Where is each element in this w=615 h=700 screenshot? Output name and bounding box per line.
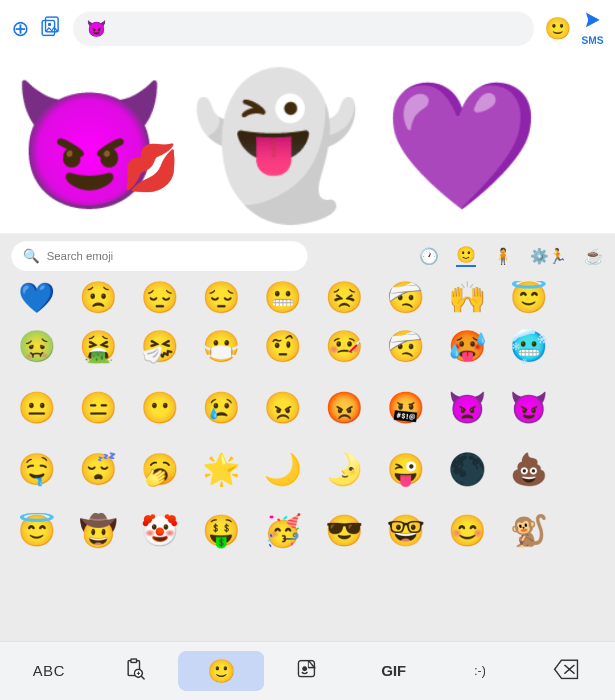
send-icon — [583, 10, 602, 34]
delete-button[interactable] — [523, 651, 609, 691]
emoji-cell[interactable]: 💙 — [6, 281, 67, 315]
top-bar: ⊕ 😈 🙂 SMS — [0, 0, 615, 57]
svg-point-11 — [303, 667, 306, 670]
abc-keyboard-button[interactable]: ABC — [6, 651, 92, 691]
emoji-expressionless[interactable]: 😑 — [67, 379, 129, 436]
emoji-drooling[interactable]: 🤤 — [6, 440, 67, 497]
emoji-poop[interactable]: 💩 — [498, 440, 559, 497]
emoji-row-3: 🤤 😴 🥱 🌟 🌙 🌛 😜 🌑 💩 — [0, 438, 615, 500]
emoji-smile[interactable]: 😊 — [436, 502, 498, 559]
search-category-bar: 🔍 🕐 🙂 🧍 ⚙️🏃 ☕ — [0, 233, 615, 279]
emoji-nerd[interactable]: 🤓 — [375, 502, 436, 559]
abc-label: ABC — [32, 662, 64, 680]
emoji-cursing[interactable]: 🤬 — [375, 379, 436, 436]
emoji-row-partial: 💙 😟 😔 😔 😬 😣 🤕 🙌 😇 — [0, 281, 615, 315]
ascii-label: :-) — [474, 664, 486, 678]
emoji-new-moon[interactable]: 🌑 — [436, 440, 498, 497]
emoji-raised-eyebrow[interactable]: 🤨 — [252, 318, 313, 374]
emoji-sneezing[interactable]: 🤧 — [129, 318, 190, 374]
sms-send-button[interactable]: SMS — [581, 10, 604, 47]
gif-label: GIF — [382, 662, 406, 680]
emoji-devil-purple[interactable]: 👿 — [436, 379, 498, 436]
search-icon: 🔍 — [23, 248, 40, 264]
emoji-pouting[interactable]: 😡 — [313, 379, 375, 436]
svg-marker-3 — [586, 13, 600, 27]
svg-line-7 — [141, 676, 144, 679]
emoji-winking[interactable]: 😜 — [375, 440, 436, 497]
emoji-cell[interactable]: 😔 — [129, 281, 190, 315]
emoji-keyboard-button[interactable]: 🙂 — [178, 651, 264, 691]
emoji-cowboy[interactable]: 🤠 — [67, 502, 129, 559]
emoji-sunglasses[interactable]: 😎 — [313, 502, 375, 559]
emoji-picker-icon[interactable]: 🙂 — [544, 16, 571, 41]
svg-rect-5 — [131, 659, 137, 662]
emoji-monkey[interactable]: 🐒 — [498, 502, 559, 559]
sms-label: SMS — [581, 35, 604, 47]
category-recent-icon[interactable]: 🕐 — [419, 247, 439, 266]
emoji-thermometer[interactable]: 🤒 — [313, 318, 375, 374]
emoji-party[interactable]: 🥳 — [252, 502, 313, 559]
clipboard-search-icon — [124, 657, 146, 685]
emoji-angel[interactable]: 😇 — [6, 502, 67, 559]
emoji-cell[interactable]: 🙌 — [436, 281, 498, 315]
devil-emoji-in-input: 😈 — [87, 19, 106, 38]
add-button[interactable]: ⊕ — [11, 16, 30, 41]
emoji-crescent[interactable]: 🌙 — [252, 440, 313, 497]
search-input[interactable] — [47, 250, 296, 263]
category-people-icon[interactable]: 🧍 — [493, 247, 513, 266]
media-button[interactable] — [40, 15, 63, 42]
emoji-cell[interactable]: 🤕 — [375, 281, 436, 315]
sticker-keyboard-button[interactable] — [264, 651, 350, 691]
sticker-item-3[interactable]: 💜 — [384, 83, 540, 208]
emoji-money-face[interactable]: 🤑 — [190, 502, 252, 559]
search-box: 🔍 — [11, 241, 308, 271]
category-food-icon[interactable]: ☕ — [584, 247, 604, 266]
emoji-sun[interactable]: 🌟 — [190, 440, 252, 497]
emoji-yawning[interactable]: 🥱 — [129, 440, 190, 497]
emoji-row-4: 😇 🤠 🤡 🤑 🥳 😎 🤓 😊 🐒 — [0, 500, 615, 561]
emoji-mask[interactable]: 😷 — [190, 318, 252, 374]
category-smileys-icon[interactable]: 🙂 — [456, 245, 476, 267]
emoji-row-1: 🤢 🤮 🤧 😷 🤨 🤒 🤕 🥵 🥶 — [0, 315, 615, 377]
emoji-clown[interactable]: 🤡 — [129, 502, 190, 559]
svg-point-2 — [48, 23, 51, 26]
emoji-cell[interactable]: 😔 — [190, 281, 252, 315]
emoji-hot[interactable]: 🥵 — [436, 318, 498, 374]
category-icons: 🕐 🙂 🧍 ⚙️🏃 ☕ — [318, 245, 604, 267]
delete-icon — [554, 659, 579, 683]
message-input-area: 😈 — [73, 11, 534, 46]
keyboard-bar: ABC 🙂 — [0, 641, 615, 700]
emoji-no-mouth[interactable]: 😶 — [129, 379, 190, 436]
emoji-cell[interactable]: 😣 — [313, 281, 375, 315]
emoji-first-quarter-moon[interactable]: 🌛 — [313, 440, 375, 497]
clipboard-search-button[interactable] — [92, 651, 178, 691]
emoji-bandage[interactable]: 🤕 — [375, 318, 436, 374]
ascii-keyboard-button[interactable]: :-) — [437, 651, 523, 691]
emoji-row-2: 😐 😑 😶 😢 😠 😡 🤬 👿 😈 — [0, 377, 615, 438]
emoji-angry[interactable]: 😠 — [252, 379, 313, 436]
emoji-loudly-crying[interactable]: 😢 — [190, 379, 252, 436]
emoji-cell[interactable]: 😟 — [67, 281, 129, 315]
emoji-neutral[interactable]: 😐 — [6, 379, 67, 436]
emoji-cell[interactable]: 😬 — [252, 281, 313, 315]
sticker-preview-area: 😈 💋 👻 💜 — [0, 57, 615, 233]
emoji-smiling-devil[interactable]: 😈 — [498, 379, 559, 436]
emoji-nausea[interactable]: 🤢 — [6, 318, 67, 374]
emoji-keyboard-icon: 🙂 — [207, 658, 236, 685]
emoji-sleeping[interactable]: 😴 — [67, 440, 129, 497]
emoji-cell[interactable]: 😇 — [498, 281, 559, 315]
emoji-cold[interactable]: 🥶 — [498, 318, 559, 374]
sticker-item-1[interactable]: 😈 💋 — [11, 83, 168, 208]
gif-keyboard-button[interactable]: GIF — [351, 651, 437, 691]
emoji-grid-area: 💙 😟 😔 😔 😬 😣 🤕 🙌 😇 🤢 🤮 🤧 😷 🤨 🤒 🤕 🥵 🥶 😐 — [0, 279, 615, 700]
sticker-icon — [296, 657, 319, 685]
sticker-item-2[interactable]: 👻 — [191, 77, 361, 213]
category-activities-icon[interactable]: ⚙️🏃 — [530, 248, 567, 265]
message-input[interactable] — [114, 21, 520, 36]
emoji-vomiting[interactable]: 🤮 — [67, 318, 129, 374]
